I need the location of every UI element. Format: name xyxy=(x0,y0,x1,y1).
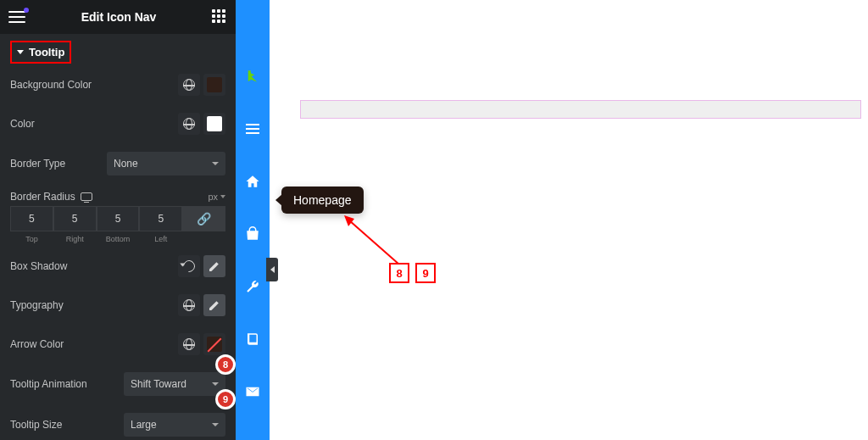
nav-tools[interactable] xyxy=(244,278,261,295)
home-icon xyxy=(245,174,260,189)
callout-badge-9: 9 xyxy=(215,389,236,409)
boxshadow-edit-button[interactable] xyxy=(203,255,225,277)
tooltip-preview: Homepage xyxy=(281,187,364,214)
radius-link-button[interactable]: 🔗 xyxy=(182,206,225,231)
row-tooltip-animation: Tooltip Animation Shift Toward xyxy=(0,364,236,404)
page-canvas xyxy=(270,0,868,440)
reset-button[interactable] xyxy=(178,255,200,277)
nav-brand[interactable] xyxy=(244,68,261,85)
row-color: Color xyxy=(0,104,236,143)
nav-menu[interactable] xyxy=(244,120,261,137)
radius-top-input[interactable] xyxy=(10,206,53,231)
annotation-box-8: 8 xyxy=(389,263,409,283)
pencil-icon xyxy=(209,261,220,271)
panel-collapse-button[interactable] xyxy=(266,258,278,281)
radius-left-input[interactable] xyxy=(139,206,182,231)
typography-label: Typography xyxy=(10,299,64,311)
tooltipanim-label: Tooltip Animation xyxy=(10,378,87,390)
nav-shop[interactable] xyxy=(244,226,261,242)
globe-icon[interactable] xyxy=(178,74,200,96)
row-boxshadow: Box Shadow xyxy=(0,247,236,286)
responsive-icon[interactable] xyxy=(81,192,92,201)
nav-home[interactable] xyxy=(244,173,261,190)
panel-title: Edit Icon Nav xyxy=(81,10,157,24)
globe-icon[interactable] xyxy=(178,333,200,355)
arrowcolor-label: Arrow Color xyxy=(10,338,64,350)
globe-icon[interactable] xyxy=(178,113,200,135)
bag-icon xyxy=(245,226,260,242)
tooltipanim-select[interactable]: Shift Toward xyxy=(124,372,225,396)
row-bgcolor: Background Color xyxy=(0,65,236,104)
radius-right-input[interactable] xyxy=(53,206,97,231)
tooltipsize-label: Tooltip Size xyxy=(10,419,62,431)
row-bordertype: Border Type None xyxy=(0,143,236,184)
editor-panel: Edit Icon Nav Tooltip Background Color C… xyxy=(0,0,236,440)
globe-icon[interactable] xyxy=(178,294,200,316)
icon-nav-preview xyxy=(236,0,270,440)
color-label: Color xyxy=(10,118,35,130)
bordertype-label: Border Type xyxy=(10,158,65,170)
wrench-icon xyxy=(245,279,260,294)
reset-icon xyxy=(181,258,198,275)
book-icon xyxy=(245,331,260,347)
row-arrowcolor: Arrow Color xyxy=(0,325,236,364)
panel-header: Edit Icon Nav xyxy=(0,0,236,34)
caret-down-icon xyxy=(17,50,24,54)
widget-placeholder[interactable] xyxy=(300,100,861,119)
brand-icon xyxy=(245,69,260,84)
nav-contact[interactable] xyxy=(244,383,261,400)
tooltipsize-select[interactable]: Large xyxy=(124,413,225,437)
bgcolor-label: Background Color xyxy=(10,79,92,91)
bgcolor-swatch[interactable] xyxy=(203,74,225,96)
row-tooltip-size: Tooltip Size Large xyxy=(0,404,236,440)
arrowcolor-swatch[interactable] xyxy=(203,333,225,355)
nav-docs[interactable] xyxy=(244,331,261,348)
menu-icon[interactable] xyxy=(8,11,25,23)
hamburger-icon xyxy=(246,124,259,134)
link-icon: 🔗 xyxy=(197,212,211,226)
radius-unit-select[interactable]: px xyxy=(208,192,225,202)
section-title: Tooltip xyxy=(29,46,64,58)
apps-grid-icon[interactable] xyxy=(212,9,227,25)
radius-bottom-input[interactable] xyxy=(97,206,140,231)
radius-inputs: Top Right Bottom Left 🔗 xyxy=(0,206,236,247)
boxshadow-label: Box Shadow xyxy=(10,260,67,272)
color-swatch[interactable] xyxy=(203,113,225,135)
radius-label: Border Radius xyxy=(10,191,75,203)
section-header[interactable]: Tooltip xyxy=(0,34,236,65)
typography-edit-button[interactable] xyxy=(203,294,225,316)
bordertype-select[interactable]: None xyxy=(107,152,225,175)
row-radius-head: Border Radius px xyxy=(0,184,236,206)
row-typography: Typography xyxy=(0,286,236,325)
callout-badge-8: 8 xyxy=(215,354,236,375)
pencil-icon xyxy=(209,300,220,310)
annotation-box-9: 9 xyxy=(415,263,436,283)
mail-icon xyxy=(245,384,260,399)
